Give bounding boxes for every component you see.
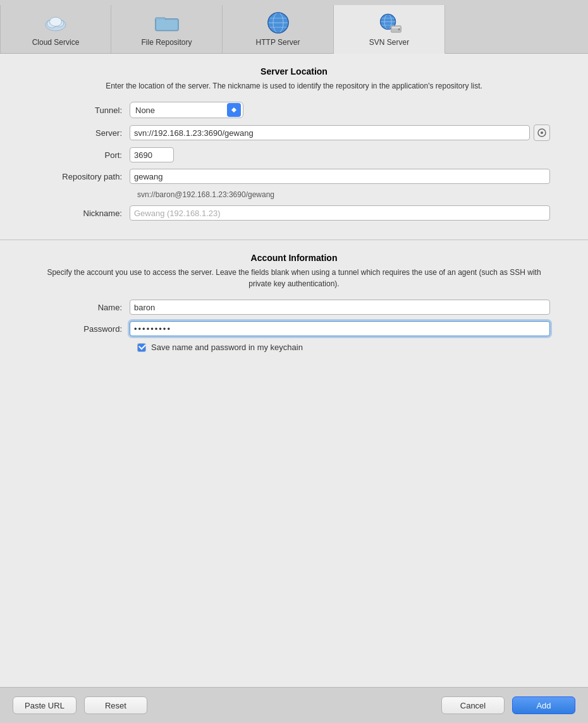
- server-location-title: Server Location: [38, 66, 550, 76]
- tab-cloud-service[interactable]: Cloud Service: [0, 5, 111, 53]
- tab-http-server-label: HTTP Server: [256, 38, 300, 47]
- http-server-icon: [266, 10, 291, 35]
- main-content: Server Location Enter the location of th…: [0, 54, 588, 687]
- svg-point-21: [398, 28, 400, 30]
- name-label: Name:: [38, 303, 130, 312]
- server-input-group: [130, 125, 550, 141]
- paste-url-button[interactable]: Paste URL: [13, 696, 77, 714]
- tab-svn-server-label: SVN Server: [369, 38, 409, 47]
- tab-file-repository-label: File Repository: [141, 38, 192, 47]
- password-label: Password:: [38, 324, 130, 334]
- bottom-bar: Paste URL Reset Cancel Add: [0, 687, 588, 723]
- svg-rect-6: [156, 20, 178, 30]
- cancel-button[interactable]: Cancel: [441, 696, 505, 714]
- tab-bar: Cloud Service File Repository HTTP Serve…: [0, 0, 588, 54]
- repo-path-row: Repository path:: [38, 169, 550, 184]
- nickname-input[interactable]: [130, 205, 550, 221]
- tunnel-select[interactable]: None SSH SSL: [130, 102, 243, 118]
- password-input[interactable]: [130, 321, 550, 336]
- svn-server-icon: [377, 10, 402, 35]
- server-label: Server:: [38, 128, 130, 138]
- tab-file-repository[interactable]: File Repository: [111, 5, 223, 53]
- port-input[interactable]: [130, 147, 174, 162]
- svg-point-25: [541, 131, 543, 134]
- svg-point-3: [49, 17, 61, 26]
- history-button[interactable]: [534, 125, 550, 141]
- tab-cloud-service-label: Cloud Service: [32, 38, 80, 47]
- repo-path-label: Repository path:: [38, 172, 130, 181]
- tunnel-select-wrapper: None SSH SSL: [130, 102, 243, 118]
- save-keychain-label: Save name and password in my keychain: [151, 343, 303, 352]
- svg-rect-20: [392, 27, 400, 28]
- add-button[interactable]: Add: [512, 696, 575, 714]
- tunnel-row: Tunnel: None SSH SSL: [38, 102, 550, 118]
- save-keychain-checkbox[interactable]: [137, 343, 146, 352]
- name-row: Name:: [38, 300, 550, 315]
- server-input[interactable]: [130, 125, 530, 140]
- server-location-section: Server Location Enter the location of th…: [0, 54, 588, 240]
- url-preview: svn://baron@192.168.1.23:3690/gewang: [137, 190, 550, 199]
- server-location-description: Enter the location of the server. The ni…: [38, 80, 550, 92]
- tunnel-label: Tunnel:: [38, 106, 130, 115]
- server-row: Server:: [38, 125, 550, 141]
- account-information-description: Specify the account you use to access th…: [38, 267, 550, 289]
- save-keychain-row: Save name and password in my keychain: [137, 343, 550, 352]
- name-input[interactable]: [130, 300, 550, 315]
- port-label: Port:: [38, 150, 130, 160]
- port-row: Port:: [38, 147, 550, 162]
- nickname-row: Nickname:: [38, 205, 550, 221]
- tab-http-server[interactable]: HTTP Server: [223, 5, 334, 53]
- account-information-section: Account Information Specify the account …: [0, 240, 588, 365]
- reset-button[interactable]: Reset: [84, 696, 147, 714]
- password-row: Password:: [38, 321, 550, 336]
- tab-svn-server[interactable]: SVN Server: [334, 5, 445, 54]
- file-repository-icon: [154, 10, 180, 35]
- repo-path-input[interactable]: [130, 169, 550, 184]
- cloud-service-icon: [43, 10, 68, 35]
- nickname-label: Nickname:: [38, 209, 130, 218]
- spacer: [0, 365, 588, 687]
- account-information-title: Account Information: [38, 253, 550, 263]
